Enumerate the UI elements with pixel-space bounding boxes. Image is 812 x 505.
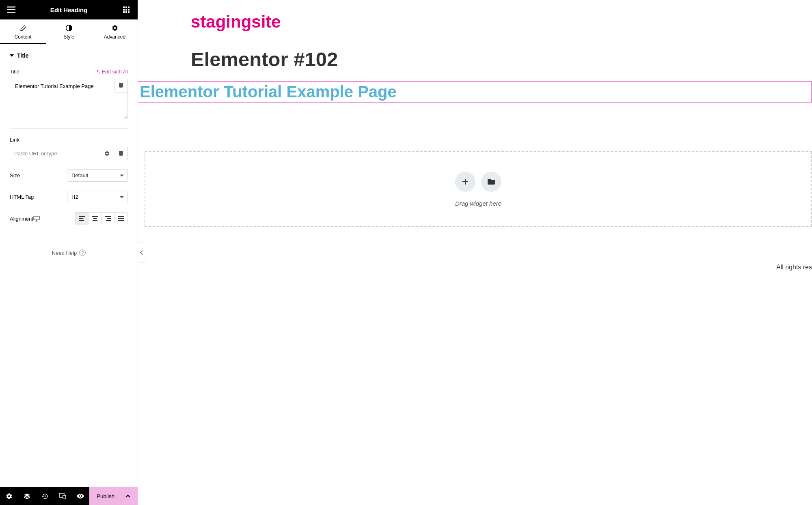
apps-grid-button[interactable] xyxy=(121,5,131,15)
folder-icon xyxy=(488,179,495,185)
tab-style[interactable]: Style xyxy=(46,19,92,44)
svg-rect-11 xyxy=(128,11,130,13)
panel-title: Edit Heading xyxy=(50,6,88,13)
heading-text[interactable]: Elementor Tutorial Example Page xyxy=(140,83,809,101)
svg-rect-29 xyxy=(118,220,124,221)
title-label: Title xyxy=(10,69,19,75)
question-icon: ? xyxy=(79,249,86,256)
svg-rect-9 xyxy=(123,11,125,13)
svg-rect-22 xyxy=(93,218,97,219)
caret-down-icon xyxy=(10,54,14,57)
hamburger-icon xyxy=(7,6,15,13)
svg-rect-4 xyxy=(125,6,127,8)
history-icon xyxy=(41,493,48,500)
chevron-left-icon xyxy=(140,250,143,255)
svg-rect-20 xyxy=(79,220,84,221)
tab-content[interactable]: Content xyxy=(0,19,46,44)
panel-footer: Publish xyxy=(0,487,138,505)
hamburger-menu-button[interactable] xyxy=(6,5,16,15)
align-justify-icon xyxy=(118,216,124,221)
control-link: Link xyxy=(10,137,128,160)
history-button[interactable] xyxy=(36,487,54,505)
control-htmltag: HTML Tag H2 xyxy=(10,191,128,203)
add-section-button[interactable] xyxy=(455,172,475,192)
add-template-button[interactable] xyxy=(481,172,501,192)
need-help-link[interactable]: Need Help ? xyxy=(10,249,128,256)
dynamic-tags-button[interactable] xyxy=(114,79,128,92)
align-left-button[interactable] xyxy=(76,213,89,225)
link-options-button[interactable] xyxy=(100,147,114,160)
htmltag-select[interactable]: H2 xyxy=(67,191,128,203)
section-title-toggle[interactable]: Title xyxy=(10,52,128,59)
svg-rect-5 xyxy=(128,6,130,8)
gear-icon xyxy=(6,493,13,500)
empty-section[interactable]: Drag widget here xyxy=(145,151,812,227)
settings-button[interactable] xyxy=(0,487,18,505)
align-right-icon xyxy=(105,216,111,221)
page-title: Elementor #102 xyxy=(191,48,812,71)
publish-button[interactable]: Publish xyxy=(89,487,138,505)
need-help-label: Need Help xyxy=(52,250,77,256)
grid-icon xyxy=(123,6,130,13)
svg-rect-31 xyxy=(63,495,66,499)
edit-with-ai-link[interactable]: Edit with AI xyxy=(95,69,128,75)
align-right-button[interactable] xyxy=(102,213,114,225)
editor-panel: Edit Heading Content Style Advanced xyxy=(0,0,138,505)
link-dynamic-button[interactable] xyxy=(114,147,128,160)
link-label: Link xyxy=(10,137,19,143)
svg-rect-26 xyxy=(106,220,111,221)
svg-rect-24 xyxy=(105,216,111,217)
collapse-panel-button[interactable] xyxy=(138,243,145,263)
edit-with-ai-label: Edit with AI xyxy=(102,69,128,75)
site-title[interactable]: stagingsite xyxy=(191,12,812,32)
svg-rect-19 xyxy=(79,218,83,219)
alignment-label: Alignment xyxy=(10,216,33,222)
svg-rect-2 xyxy=(7,12,15,13)
preview-button[interactable] xyxy=(71,487,89,505)
svg-rect-27 xyxy=(118,216,124,217)
svg-rect-0 xyxy=(7,6,15,8)
divider xyxy=(10,128,128,129)
navigator-button[interactable] xyxy=(18,487,36,505)
svg-rect-21 xyxy=(92,216,98,217)
tab-advanced-label: Advanced xyxy=(104,34,125,40)
layers-icon xyxy=(24,493,30,500)
svg-rect-6 xyxy=(123,9,125,11)
svg-rect-18 xyxy=(79,216,85,217)
panel-tabs: Content Style Advanced xyxy=(0,19,138,44)
size-select[interactable]: Default xyxy=(67,169,128,182)
svg-rect-15 xyxy=(34,216,39,220)
svg-rect-7 xyxy=(125,9,127,11)
align-center-button[interactable] xyxy=(89,213,102,225)
panel-body: Title Title Edit with AI Elementor Tutor… xyxy=(0,44,138,487)
title-textarea[interactable]: Elementor Tutorial Example Page xyxy=(10,79,128,119)
gear-icon xyxy=(104,151,110,156)
chevron-up-icon xyxy=(125,494,130,498)
eye-icon xyxy=(77,494,84,499)
tab-advanced[interactable]: Advanced xyxy=(92,19,138,44)
contrast-icon xyxy=(65,24,73,32)
alignment-buttons xyxy=(75,212,128,225)
svg-rect-3 xyxy=(123,6,125,8)
svg-rect-28 xyxy=(118,218,124,219)
tab-style-label: Style xyxy=(63,34,74,40)
responsive-mode-button[interactable] xyxy=(54,487,71,505)
svg-rect-25 xyxy=(107,218,111,219)
editor-canvas[interactable]: stagingsite Elementor #102 Elementor Tut… xyxy=(138,0,812,505)
heading-widget-selected[interactable]: Elementor Tutorial Example Page xyxy=(138,81,812,103)
align-left-icon xyxy=(79,216,85,221)
control-alignment: Alignment xyxy=(10,212,128,225)
link-input[interactable] xyxy=(10,147,100,160)
htmltag-label: HTML Tag xyxy=(10,194,34,200)
control-title: Title Edit with AI Elementor Tutorial Ex… xyxy=(10,69,128,119)
align-justify-button[interactable] xyxy=(114,213,127,225)
database-icon xyxy=(119,83,123,88)
database-icon xyxy=(119,151,123,157)
svg-rect-8 xyxy=(128,9,130,11)
publish-label: Publish xyxy=(97,493,114,499)
footer-text: All rights res xyxy=(776,264,812,271)
svg-rect-1 xyxy=(7,9,15,11)
svg-rect-23 xyxy=(93,220,97,221)
plus-icon xyxy=(462,178,469,185)
responsive-button[interactable] xyxy=(33,216,40,221)
